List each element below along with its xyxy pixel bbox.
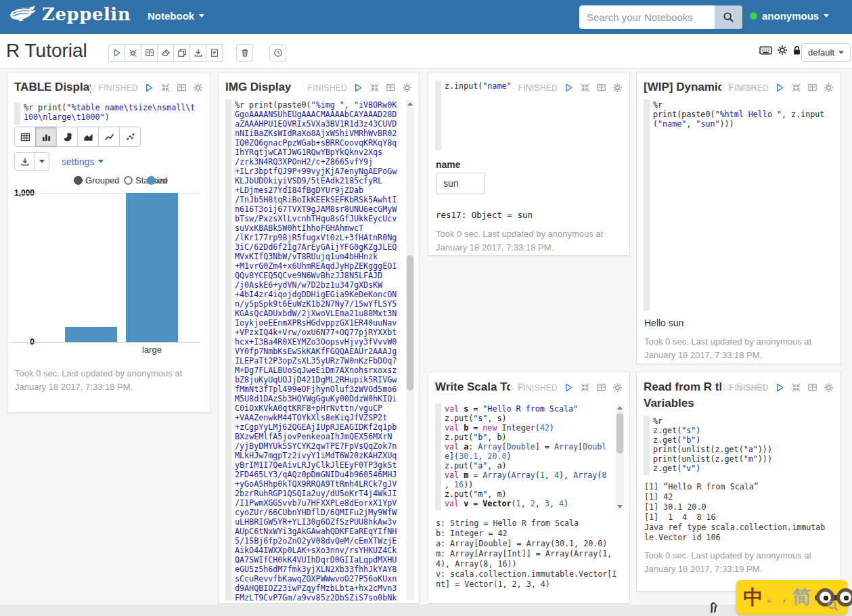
paragraph-title[interactable]: TABLE Display bbox=[14, 79, 96, 95]
html-output: Hello sun bbox=[644, 317, 683, 328]
status-badge: FINISHED bbox=[518, 383, 558, 393]
delete-note-button[interactable] bbox=[236, 44, 253, 62]
clone-note-button[interactable] bbox=[173, 44, 190, 62]
paragraph-footer: Took 0 sec. Last updated by anonymous at… bbox=[436, 227, 603, 255]
x-axis-label-large: large bbox=[142, 345, 162, 355]
status-badge: FINISHED bbox=[308, 83, 347, 93]
export-note-button[interactable] bbox=[189, 44, 206, 62]
run-paragraph-icon[interactable] bbox=[775, 83, 785, 93]
note-header-right-icons bbox=[759, 45, 801, 56]
note-toolbar bbox=[108, 44, 286, 62]
toggle-output-icon[interactable] bbox=[386, 83, 396, 93]
run-paragraph-icon[interactable] bbox=[144, 83, 154, 93]
code-editor[interactable]: val s = "Hello R from Scala"z.put("s", s… bbox=[435, 403, 624, 510]
chevron-down-icon bbox=[838, 51, 844, 54]
ime-chinese-mode-label[interactable]: 中 bbox=[743, 588, 763, 607]
notebook-menu[interactable]: Notebook bbox=[148, 10, 204, 22]
paragraph-settings-gear-icon[interactable] bbox=[193, 83, 203, 93]
r-output: [1] “Hello R from Scala” [1] 42 [1] 30.1… bbox=[644, 482, 825, 543]
user-menu[interactable]: anonymous bbox=[750, 10, 829, 22]
pie-chart-button[interactable] bbox=[56, 127, 78, 147]
x-axis-line bbox=[10, 342, 200, 343]
toggle-output-icon[interactable] bbox=[177, 83, 187, 93]
collapse-paragraph-icon[interactable] bbox=[791, 83, 801, 93]
paragraph-controls: FINISHED bbox=[510, 81, 625, 94]
download-data-button[interactable] bbox=[14, 152, 35, 171]
collapse-paragraph-icon[interactable] bbox=[160, 83, 171, 93]
run-paragraph-icon[interactable] bbox=[564, 382, 574, 393]
scrollbar-thumb[interactable] bbox=[407, 255, 413, 391]
run-paragraph-icon[interactable] bbox=[564, 83, 574, 93]
toggle-output-icon[interactable] bbox=[807, 382, 817, 393]
run-all-button[interactable] bbox=[108, 44, 125, 62]
scheduler-button[interactable] bbox=[269, 44, 286, 62]
paragraph-settings-gear-icon[interactable] bbox=[612, 83, 623, 93]
chevron-down-icon bbox=[824, 14, 829, 18]
paragraph-controls: FINISHED bbox=[721, 81, 836, 94]
download-options-caret[interactable] bbox=[35, 152, 49, 171]
interpreter-gear-icon[interactable] bbox=[777, 45, 788, 56]
area-chart-button[interactable] bbox=[77, 127, 99, 147]
chevron-down-icon bbox=[98, 160, 104, 163]
chart-settings-link[interactable]: settings bbox=[62, 156, 104, 167]
ime-simplified-label[interactable]: 简 bbox=[792, 588, 811, 607]
scrollbar-thumb[interactable] bbox=[616, 413, 623, 454]
code-editor[interactable]: %rz.get("s")z.get("b")print(unlist(z.get… bbox=[644, 416, 835, 475]
paragraph-settings-gear-icon[interactable] bbox=[612, 382, 623, 393]
status-badge: FINISHED bbox=[730, 83, 769, 93]
search-icon bbox=[723, 12, 734, 23]
page-bottom-strip bbox=[0, 604, 852, 616]
series-legend-dot[interactable] bbox=[147, 176, 156, 185]
code-editor[interactable]: %r print("%table name\tsize\nsmall\t100\… bbox=[14, 102, 204, 125]
collapse-paragraph-icon[interactable] bbox=[580, 382, 590, 393]
user-name: anonymous bbox=[762, 10, 819, 22]
line-chart-button[interactable] bbox=[98, 127, 120, 147]
clear-output-button[interactable] bbox=[157, 44, 174, 62]
shortcuts-keyboard-icon[interactable] bbox=[759, 45, 772, 56]
search-input[interactable] bbox=[579, 5, 715, 29]
show-hide-output-button[interactable] bbox=[141, 44, 158, 62]
paragraph-footer: Took 0 sec. Last updated by anonymous at… bbox=[644, 549, 811, 576]
collapse-paragraph-icon[interactable] bbox=[369, 83, 380, 93]
collapse-paragraph-icon[interactable] bbox=[791, 382, 801, 393]
paragraph-controls: FINISHED bbox=[721, 381, 836, 394]
toggle-output-icon[interactable] bbox=[807, 83, 817, 93]
note-title[interactable]: R Tutorial bbox=[6, 40, 87, 62]
settings-link-label: settings bbox=[62, 156, 94, 167]
table-view-button[interactable] bbox=[14, 127, 36, 147]
status-badge: FINISHED bbox=[518, 83, 558, 93]
brand-link[interactable]: Zeppelin bbox=[8, 4, 131, 24]
toggle-output-icon[interactable] bbox=[596, 83, 606, 93]
code-scrollbar[interactable] bbox=[406, 100, 414, 600]
revision-default-button[interactable]: default bbox=[801, 43, 851, 62]
code-editor[interactable]: %r print(paste0("%img ", "iVBORw0KGgoAAA… bbox=[225, 100, 414, 600]
dynamic-form-label: name bbox=[436, 159, 461, 170]
chart-type-toolbar bbox=[14, 127, 141, 147]
bar-chart-button[interactable] bbox=[35, 127, 57, 147]
scatter-chart-button[interactable] bbox=[119, 127, 141, 147]
paragraph-settings-gear-icon[interactable] bbox=[824, 83, 834, 93]
chart-download-row: settings bbox=[14, 152, 104, 171]
code-editor[interactable]: %rprint(paste0("%html Hello ", z.input("… bbox=[644, 100, 835, 311]
commit-note-button[interactable] bbox=[206, 44, 223, 62]
show-hide-code-button[interactable] bbox=[125, 44, 141, 62]
paragraph-write-scala: Write Scala To R FINISHED val s = "Hello… bbox=[428, 372, 630, 604]
paragraph-title[interactable]: IMG Display bbox=[225, 79, 291, 95]
result-text: res17: Object = sun bbox=[436, 210, 533, 220]
run-paragraph-icon[interactable] bbox=[775, 382, 785, 393]
ime-punctuation-label[interactable]: 。， bbox=[767, 590, 790, 605]
toggle-output-icon[interactable] bbox=[596, 382, 606, 393]
paragraph-footer: Took 0 sec. Last updated by anonymous at… bbox=[644, 335, 811, 362]
legend-radio-grouped[interactable]: Grouped bbox=[74, 175, 120, 185]
paragraph-settings-gear-icon[interactable] bbox=[402, 83, 412, 93]
paragraph-settings-gear-icon[interactable] bbox=[824, 382, 834, 393]
name-input[interactable] bbox=[436, 173, 485, 194]
search-button[interactable] bbox=[715, 5, 742, 29]
run-paragraph-icon[interactable] bbox=[353, 83, 363, 93]
bar-large bbox=[126, 193, 178, 342]
permissions-lock-icon[interactable] bbox=[792, 45, 801, 56]
notebook-menu-label: Notebook bbox=[148, 10, 194, 22]
code-scrollbar[interactable] bbox=[616, 403, 624, 510]
collapse-paragraph-icon[interactable] bbox=[580, 83, 590, 93]
page-search-magnifier-icon[interactable] bbox=[827, 600, 839, 612]
